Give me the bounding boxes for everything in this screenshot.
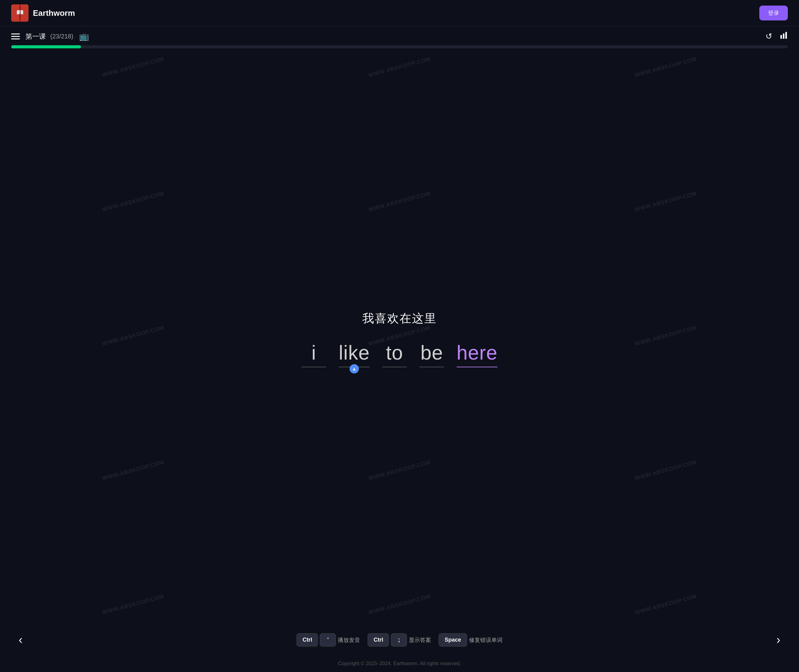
key-combo-show: Ctrl ; 显示答案	[367, 633, 431, 646]
app-title: Earthworm	[33, 8, 75, 18]
ctrl-key-1: Ctrl	[297, 633, 318, 646]
toolbar-left: 第一课 (23/218) 📺	[11, 32, 89, 41]
progress-bar-background	[11, 45, 788, 48]
word-underline-i	[302, 367, 326, 367]
logo-area: 📖 Earthworm	[11, 4, 75, 22]
space-key: Space	[439, 633, 467, 646]
fix-label: 修复错误单词	[469, 636, 502, 644]
word-text-to: to	[385, 341, 404, 364]
word-item-to: to	[382, 341, 407, 367]
copyright-text: Copyright © 2023–2024, Earthworm. All ri…	[338, 661, 461, 666]
logo-image: 📖	[11, 4, 29, 22]
login-button[interactable]: 登录	[759, 6, 788, 21]
word-item-here: here	[457, 341, 497, 367]
toolbar: 第一课 (23/218) 📺 ↺	[0, 26, 799, 45]
play-label: 播放发音	[338, 636, 360, 644]
tv-icon[interactable]: 📺	[79, 32, 89, 41]
word-underline-be	[419, 367, 444, 367]
footer: Copyright © 2023–2024, Earthworm. All ri…	[0, 655, 799, 672]
chinese-sentence: 我喜欢在这里	[362, 310, 437, 326]
menu-icon[interactable]	[11, 34, 20, 39]
word-text-be: be	[420, 341, 443, 364]
word-underline-here	[457, 367, 497, 367]
stats-button[interactable]	[780, 31, 788, 42]
svg-text:📖: 📖	[16, 9, 24, 16]
progress-bar-fill	[11, 45, 81, 48]
word-cursor-indicator	[350, 364, 359, 373]
keyboard-hints: ‹ Ctrl ' 播放发音 Ctrl ; 显示答案 Space 修复错误单词 ›	[0, 625, 799, 655]
header: 📖 Earthworm 登录	[0, 0, 799, 26]
reset-button[interactable]: ↺	[765, 32, 772, 41]
svg-rect-4	[783, 34, 785, 39]
lesson-count: (23/218)	[50, 33, 74, 40]
show-label: 显示答案	[409, 636, 431, 644]
word-text-i: i	[305, 341, 323, 364]
ctrl-key-2: Ctrl	[367, 633, 389, 646]
word-underline-to	[382, 367, 407, 367]
svg-rect-5	[785, 32, 787, 39]
word-item-be: be	[419, 341, 444, 367]
word-item-i: i	[302, 341, 326, 367]
word-text-here: here	[457, 341, 497, 364]
prev-button[interactable]: ‹	[13, 630, 29, 650]
lesson-info: 第一课 (23/218)	[26, 32, 74, 41]
progress-container	[0, 45, 799, 53]
toolbar-right: ↺	[765, 31, 788, 42]
word-row: i like to be here	[302, 341, 497, 367]
word-text-like: like	[339, 341, 370, 364]
word-item-like: like	[339, 341, 370, 367]
lesson-label: 第一课	[26, 32, 46, 41]
key-combo-play: Ctrl ' 播放发音	[297, 633, 360, 646]
next-button[interactable]: ›	[770, 630, 786, 650]
svg-rect-3	[780, 35, 782, 39]
quote-key: '	[320, 633, 336, 646]
key-combo-fix: Space 修复错误单词	[439, 633, 502, 646]
semicolon-key: ;	[391, 633, 407, 646]
main-content: 我喜欢在这里 i like to be here	[0, 53, 799, 625]
